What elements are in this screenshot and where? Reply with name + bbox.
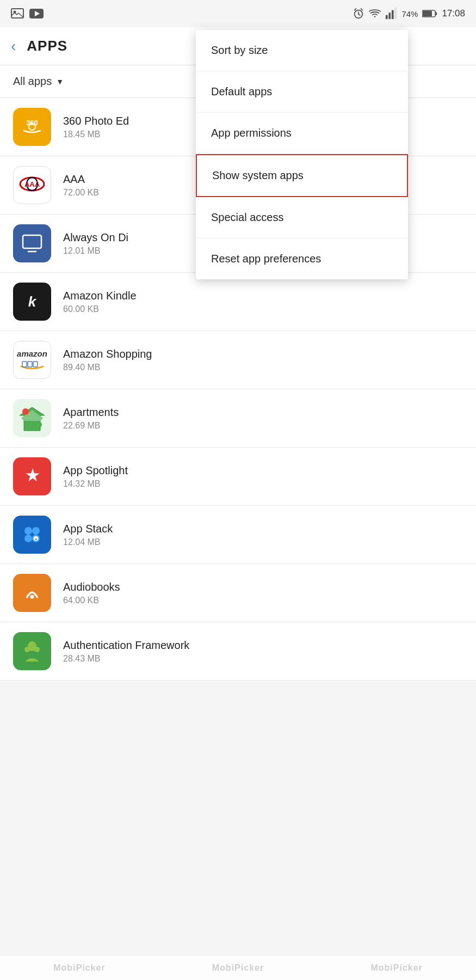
dropdown-item-default-apps[interactable]: Default apps <box>196 71 408 113</box>
dropdown-item-app-permissions[interactable]: App permissions <box>196 113 408 154</box>
list-item[interactable]: amazon Amazon Shopping89.40 MB <box>0 331 476 389</box>
svg-text:amazon: amazon <box>17 349 47 358</box>
app-size: 60.00 KB <box>63 304 463 314</box>
app-info-app-spotlight: App Spotlight14.32 MB <box>63 464 463 489</box>
back-button[interactable]: ‹ <box>11 38 16 55</box>
list-item[interactable]: Apartments22.69 MB <box>0 389 476 448</box>
app-icon-app-apartments <box>13 399 51 437</box>
filter-label: All apps <box>13 75 52 88</box>
svg-rect-0 <box>11 9 23 18</box>
app-size: 64.00 KB <box>63 596 463 605</box>
app-icon-app-audiobooks <box>13 574 51 612</box>
status-bar-left <box>11 8 44 19</box>
app-icon-app-aaa: AAA <box>13 166 51 204</box>
battery-percent: 74% <box>401 9 418 19</box>
svg-point-5 <box>374 16 376 17</box>
wifi-icon <box>369 8 381 20</box>
alarm-icon <box>353 8 364 20</box>
app-icon-app-spotlight: ★ <box>13 457 51 495</box>
svg-point-46 <box>34 647 40 652</box>
app-name: Authentication Framework <box>63 639 463 652</box>
app-size: 22.69 MB <box>63 421 463 431</box>
image-icon <box>11 8 24 19</box>
svg-rect-27 <box>33 362 38 367</box>
svg-text:360: 360 <box>26 119 38 127</box>
svg-text:★: ★ <box>26 467 40 484</box>
app-name: Amazon Kindle <box>63 290 463 302</box>
youtube-icon <box>29 8 44 19</box>
svg-text:AAA: AAA <box>24 180 40 188</box>
signal-icon <box>385 8 397 20</box>
svg-text:k: k <box>28 293 37 310</box>
app-name: Apartments <box>63 406 463 419</box>
battery-icon <box>422 9 437 18</box>
status-bar-right: 74% 17:08 <box>353 8 465 20</box>
svg-rect-12 <box>435 12 437 15</box>
app-name: App Spotlight <box>63 464 463 477</box>
app-name: Amazon Shopping <box>63 348 463 360</box>
app-size: 14.32 MB <box>63 479 463 489</box>
svg-point-37 <box>24 535 32 542</box>
svg-point-30 <box>22 408 29 415</box>
page-title: APPS <box>27 38 67 54</box>
svg-point-36 <box>32 527 40 535</box>
status-bar: 74% 17:08 <box>0 0 476 27</box>
svg-rect-11 <box>423 11 432 16</box>
app-icon-app-auth <box>13 632 51 670</box>
app-info-app-apartments: Apartments22.69 MB <box>63 406 463 431</box>
app-icon-app-kindle: k <box>13 283 51 321</box>
app-info-app-stack: App Stack12.04 MB <box>63 523 463 547</box>
svg-point-31 <box>35 421 42 428</box>
dropdown-item-reset-app-preferences[interactable]: Reset app preferences <box>196 238 408 279</box>
app-name: Audiobooks <box>63 581 463 593</box>
svg-point-35 <box>24 527 32 535</box>
app-name: App Stack <box>63 523 463 535</box>
app-icon-app-amazon-shopping: amazon <box>13 341 51 379</box>
svg-rect-26 <box>28 362 32 367</box>
svg-rect-9 <box>395 8 397 19</box>
app-info-app-amazon-shopping: Amazon Shopping89.40 MB <box>63 348 463 372</box>
svg-rect-8 <box>392 10 394 20</box>
app-info-app-audiobooks: Audiobooks64.00 KB <box>63 581 463 605</box>
svg-rect-7 <box>389 13 391 19</box>
svg-point-42 <box>30 595 34 599</box>
watermark-3: MobiPicker <box>370 963 422 973</box>
app-size: 12.04 MB <box>63 537 463 547</box>
list-item[interactable]: + App Stack12.04 MB <box>0 506 476 564</box>
svg-rect-6 <box>386 15 388 19</box>
dropdown-menu[interactable]: Sort by sizeDefault appsApp permissionsS… <box>196 30 408 279</box>
svg-rect-25 <box>22 362 27 367</box>
list-item[interactable]: ★ App Spotlight14.32 MB <box>0 448 476 506</box>
app-icon-app-360: 360 <box>13 108 51 146</box>
list-item[interactable]: Audiobooks64.00 KB <box>0 564 476 622</box>
dropdown-item-special-access[interactable]: Special access <box>196 197 408 238</box>
app-icon-app-aod <box>13 224 51 262</box>
clock: 17:08 <box>442 8 465 19</box>
dropdown-item-show-system-apps[interactable]: Show system apps <box>196 154 408 197</box>
watermark-1: MobiPicker <box>53 963 105 973</box>
app-icon-app-stack: + <box>13 516 51 554</box>
dropdown-item-sort-by-size[interactable]: Sort by size <box>196 30 408 71</box>
filter-dropdown-arrow: ▼ <box>56 77 64 86</box>
app-size: 28.43 MB <box>63 654 463 664</box>
app-info-app-kindle: Amazon Kindle60.00 KB <box>63 290 463 314</box>
svg-text:+: + <box>35 537 38 542</box>
svg-point-34 <box>18 521 46 548</box>
list-item[interactable]: Authentication Framework28.43 MB <box>0 622 476 681</box>
list-item[interactable]: k Amazon Kindle60.00 KB <box>0 273 476 331</box>
watermark-bar: MobiPicker MobiPicker MobiPicker <box>0 956 476 980</box>
app-size: 89.40 MB <box>63 363 463 372</box>
app-info-app-auth: Authentication Framework28.43 MB <box>63 639 463 664</box>
svg-point-45 <box>24 647 30 652</box>
watermark-2: MobiPicker <box>212 963 264 973</box>
